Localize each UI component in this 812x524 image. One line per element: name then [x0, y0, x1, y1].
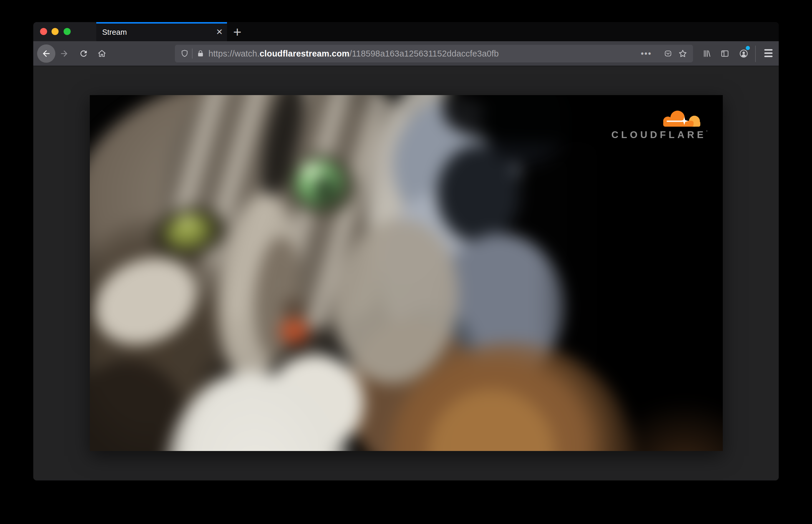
- blurred-cat-frame: [90, 95, 723, 451]
- account-icon: [739, 49, 749, 59]
- url-bar[interactable]: https://watch.cloudflarestream.com/11859…: [175, 45, 693, 62]
- cat-right-eye: [301, 162, 321, 178]
- page-content: CLOUDFLARE’: [33, 66, 779, 480]
- minimize-window-button[interactable]: [51, 28, 59, 35]
- cloudflare-cloud-icon: [654, 110, 704, 129]
- cloudflare-logo: CLOUDFLARE’: [607, 110, 708, 141]
- reload-icon: [79, 49, 88, 58]
- url-domain: cloudflarestream.com: [260, 49, 350, 58]
- back-button[interactable]: [37, 45, 55, 63]
- window-controls: [33, 22, 96, 41]
- tab-bar: Stream ✕ +: [33, 22, 779, 41]
- url-path: /118598a163a125631152ddaccfe3a0fb: [350, 49, 499, 58]
- sidebar-icon: [720, 49, 730, 58]
- reload-button[interactable]: [79, 49, 88, 58]
- url-scheme-host: https://watch.: [209, 49, 260, 58]
- video-player[interactable]: CLOUDFLARE’: [90, 95, 723, 451]
- url-text[interactable]: https://watch.cloudflarestream.com/11859…: [209, 49, 499, 59]
- browser-window: Stream ✕ +: [33, 22, 779, 480]
- page-actions-icon[interactable]: •••: [641, 49, 652, 58]
- close-window-button[interactable]: [40, 28, 47, 35]
- home-button[interactable]: [97, 49, 107, 59]
- lock-icon[interactable]: [196, 49, 205, 58]
- tab-title: Stream: [102, 22, 127, 41]
- menu-button[interactable]: [764, 49, 773, 57]
- back-icon: [41, 49, 51, 59]
- home-icon: [97, 49, 107, 59]
- video-blob: [282, 298, 307, 320]
- cloudflare-wordmark: CLOUDFLARE’: [612, 129, 708, 141]
- cat-nose: [280, 318, 309, 344]
- shield-icon[interactable]: [180, 49, 189, 58]
- trademark-tick: ’: [706, 129, 708, 134]
- forward-button[interactable]: [60, 49, 69, 58]
- library-button[interactable]: [702, 49, 711, 58]
- new-tab-button[interactable]: +: [229, 23, 246, 40]
- cat-left-eye: [178, 216, 196, 228]
- account-notification-dot: [746, 46, 750, 50]
- bookmark-star-icon[interactable]: [678, 49, 688, 59]
- library-icon: [702, 49, 711, 58]
- urlbar-divider: [192, 49, 193, 59]
- zoom-window-button[interactable]: [64, 28, 71, 35]
- account-button[interactable]: [739, 49, 749, 59]
- menu-icon: [764, 49, 773, 51]
- sidebar-button[interactable]: [720, 49, 730, 58]
- close-tab-icon[interactable]: ✕: [216, 22, 223, 41]
- toolbar-separator: [755, 46, 756, 62]
- forward-icon: [60, 49, 69, 58]
- desktop: Stream ✕ +: [0, 0, 812, 524]
- navigation-toolbar: https://watch.cloudflarestream.com/11859…: [33, 41, 779, 66]
- pocket-icon[interactable]: [664, 49, 672, 58]
- tab-stream[interactable]: Stream ✕: [96, 22, 227, 41]
- cat-right-eye: [314, 175, 335, 203]
